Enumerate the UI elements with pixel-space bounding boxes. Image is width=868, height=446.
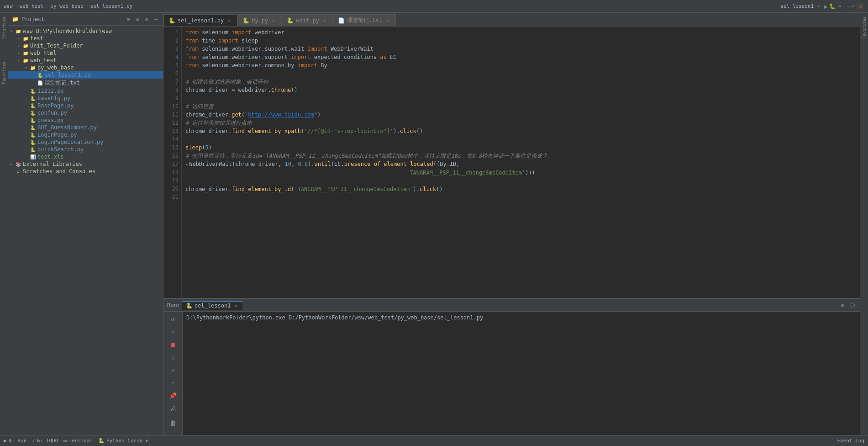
tree-item-notes[interactable]: 📄课堂笔记.txt xyxy=(8,79,163,87)
tab-close-btn[interactable]: ✕ xyxy=(384,17,391,24)
line-number: 11 xyxy=(163,111,179,119)
code-line xyxy=(185,193,856,202)
editor-tab--txt[interactable]: 📄 课堂笔记.txt ✕ xyxy=(333,14,396,26)
code-line xyxy=(185,177,856,185)
code-line: from time import sleep xyxy=(185,37,856,45)
clear-button[interactable]: 🗑 xyxy=(168,418,179,429)
line-number: 17 xyxy=(163,160,179,168)
breadcrumb-py-web-base[interactable]: py_web_base xyxy=(50,3,84,9)
tree-item-web-test[interactable]: ▾📁web_test xyxy=(8,57,163,64)
code-line: # 访问百度 xyxy=(185,102,856,111)
tree-item-gui-guess[interactable]: 🐍GUI_GuessNumber.py xyxy=(8,124,163,131)
stop-button[interactable]: ■ xyxy=(168,339,179,350)
tree-item-loginloc[interactable]: 🐍LoginPageLocation.py xyxy=(8,138,163,146)
code-line: chrome_driver.find_element_by_xpath('//*… xyxy=(185,127,856,135)
tree-label: py_web_base xyxy=(37,64,74,71)
soft-wrap-icon[interactable]: ≡ xyxy=(168,377,179,388)
breadcrumb-wsw[interactable]: wsw xyxy=(4,3,13,9)
todo-label: 6: TODO xyxy=(37,438,58,444)
line-number: 20 xyxy=(163,185,179,193)
tab-close-btn[interactable]: ✕ xyxy=(321,17,328,24)
tree-item-file-12212[interactable]: 🐍12212.py xyxy=(8,87,163,95)
left-strip: Structure Favorites xyxy=(0,13,8,435)
code-content[interactable]: from selenium import webdriver from time… xyxy=(182,27,860,298)
collapse-all-icon[interactable]: ⊟ xyxy=(134,16,141,23)
tree-item-guess[interactable]: 🐍guess.py xyxy=(8,117,163,124)
run-tab[interactable]: 🐍 sel_lesson1 ✕ xyxy=(182,301,242,310)
run-status-item[interactable]: ▶ 4: Run xyxy=(4,438,26,444)
line-number: 3 xyxy=(163,45,179,53)
rerun-button[interactable]: ↺ xyxy=(168,313,179,324)
tree-item-ext-libs[interactable]: ▸📚External Libraries xyxy=(8,160,163,168)
expand-run-icon[interactable]: ⬡ xyxy=(849,302,856,309)
maximize-button[interactable]: □ xyxy=(852,3,856,9)
code-line: sleep(5) xyxy=(185,143,856,152)
tab-close-btn[interactable]: ✕ xyxy=(226,17,232,24)
python-console-label: Python Console xyxy=(106,438,149,444)
tree-item-quicksearch[interactable]: 🐍quickSearch.py xyxy=(8,146,163,153)
run-sidebar: ↺ ↑ ■ ↓ ↩ ≡ 📌 🖨 🗑 xyxy=(163,312,183,435)
favorites-tab[interactable]: Favorites xyxy=(1,60,7,86)
event-log-item[interactable]: Event Log xyxy=(837,438,864,444)
run-config-dropdown[interactable]: ▾ xyxy=(817,4,820,9)
tree-item-testxls[interactable]: 📊test.xls xyxy=(8,153,163,160)
tree-item-scratches[interactable]: ✏️Scratches and Consoles xyxy=(8,168,163,175)
wrap-button[interactable]: ↩ xyxy=(168,365,179,376)
breadcrumb-web-test[interactable]: web_test xyxy=(20,3,44,9)
tree-label: 12212.py xyxy=(37,88,64,94)
tree-item-basepage[interactable]: 🐍BasePage.py xyxy=(8,102,163,109)
pin-button[interactable]: 📌 xyxy=(168,390,179,401)
tab-icon: 🐍 xyxy=(168,17,175,24)
terminal-icon: ▭ xyxy=(63,438,67,444)
tree-item-loginpage[interactable]: 🐍LoginPage.py xyxy=(8,131,163,138)
editor-tab-wait-py[interactable]: 🐍 wait.py ✕ xyxy=(282,14,333,26)
scroll-up-button[interactable]: ↑ xyxy=(168,326,179,337)
scroll-down-button[interactable]: ↓ xyxy=(168,352,179,363)
tree-arrow: ▾ xyxy=(23,65,29,70)
tree-item-test[interactable]: ▸📁test xyxy=(8,35,163,42)
tree-label: confun.py xyxy=(37,110,67,116)
settings-run-icon[interactable]: ⚙ xyxy=(839,302,846,309)
structure-tab[interactable]: Structure xyxy=(1,15,7,41)
tree-item-confun[interactable]: 🐍confun.py xyxy=(8,109,163,117)
run-output-text: D:\PythonWorkFolder\python.exe D:/Python… xyxy=(186,314,483,321)
minimize-button[interactable]: ─ xyxy=(847,3,851,10)
tree-item-py-web-base[interactable]: ▾📁py_web_base xyxy=(8,64,163,71)
run-status-label: 4: Run xyxy=(9,438,27,444)
editor-tab-by-py[interactable]: 🐍 by.py ✕ xyxy=(237,14,282,26)
settings-icon[interactable]: ⚙ xyxy=(143,16,150,23)
favorites-label[interactable]: Favorites xyxy=(861,15,868,41)
hide-panel-icon[interactable]: − xyxy=(152,16,159,23)
tab-icon: 📄 xyxy=(338,17,345,24)
code-line xyxy=(185,94,856,102)
terminal-status-item[interactable]: ▭ Terminal xyxy=(63,438,93,444)
file-icon: 🐍 xyxy=(37,73,44,78)
tree-item-basecfg[interactable]: 🐍baseCfg.py xyxy=(8,95,163,102)
editor-tab-sellesson1-py[interactable]: 🐍 sel_lesson1.py ✕ xyxy=(163,14,237,26)
run-config-label: sel_lesson1 xyxy=(780,3,814,9)
tree-arrow: ▸ xyxy=(16,36,22,41)
coverage-button[interactable]: ☂ xyxy=(838,3,841,10)
file-icon: 🐍 xyxy=(29,118,37,123)
run-button[interactable]: ▶ xyxy=(824,3,827,10)
tree-item-sel-lesson1[interactable]: 🐍sel_lesson1.py xyxy=(8,71,163,79)
debug-button[interactable]: 🐛 xyxy=(829,3,836,10)
tree-item-wsw-root[interactable]: ▾📁wsw D:\PythonWorkFolder\wsw xyxy=(8,27,163,35)
tree-item-web-html[interactable]: ▸📁web_html xyxy=(8,49,163,57)
tab-icon: 🐍 xyxy=(242,17,249,24)
tree-label: Scratches and Consoles xyxy=(22,168,95,175)
code-line: from selenium.webdriver.common.by import… xyxy=(185,61,856,69)
close-button[interactable]: ✕ xyxy=(857,3,864,10)
tab-close-btn[interactable]: ✕ xyxy=(270,17,277,24)
tree-item-unit-test[interactable]: ▸📁Unit_Test_Folder xyxy=(8,42,163,49)
run-tab-close[interactable]: ✕ xyxy=(232,303,239,309)
file-icon: 📄 xyxy=(37,80,44,85)
todo-status-item[interactable]: ✓ 6: TODO xyxy=(32,438,58,444)
add-content-icon[interactable]: ⊕ xyxy=(125,16,132,23)
breadcrumb-sel-lesson1[interactable]: sel_lesson1.py xyxy=(90,3,133,9)
file-icon: 📚 xyxy=(15,162,22,167)
print-button[interactable]: 🖨 xyxy=(168,403,179,414)
line-number: 14 xyxy=(163,135,179,143)
python-console-item[interactable]: 🐍 Python Console xyxy=(98,438,149,444)
line-number: 7 xyxy=(163,78,179,86)
